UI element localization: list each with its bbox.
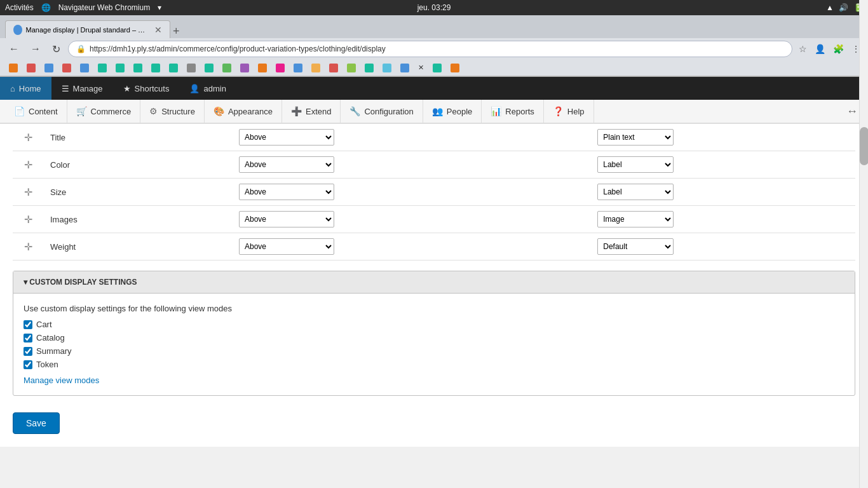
bookmark-21[interactable] <box>361 62 377 74</box>
size-format-select[interactable]: Label Plain text Image Default <box>597 184 674 200</box>
checkbox-cart[interactable] <box>24 320 32 329</box>
bookmark-23[interactable] <box>397 62 413 74</box>
commerce-icon: 🛒 <box>76 106 87 116</box>
checkbox-token[interactable] <box>24 360 32 369</box>
drag-handle-color[interactable]: ✛ <box>19 159 37 170</box>
home-label: Home <box>19 84 41 93</box>
bookmark-favicon-12 <box>205 64 214 72</box>
admin-manage-button[interactable]: ☰ Manage <box>51 77 113 100</box>
custom-settings-header: ▾ CUSTOM DISPLAY SETTINGS <box>13 271 855 294</box>
color-label-select[interactable]: Above Inline Hidden Visually Hidden <box>239 156 334 173</box>
nav-help[interactable]: ❓ Help <box>544 100 594 123</box>
new-tab-button[interactable]: + <box>173 25 180 38</box>
nav-commerce[interactable]: 🛒 Commerce <box>67 100 141 123</box>
reports-label: Reports <box>505 107 534 116</box>
scrollbar-thumb[interactable] <box>860 127 868 165</box>
bookmark-2[interactable] <box>23 62 39 74</box>
bookmark-favicon-5 <box>80 64 89 72</box>
bookmark-13[interactable] <box>219 62 235 74</box>
bookmark-17[interactable] <box>290 62 306 74</box>
shortcuts-icon: ★ <box>123 84 131 93</box>
images-label-select[interactable]: Above Inline Hidden Visually Hidden <box>239 211 334 227</box>
bookmark-6[interactable] <box>94 62 111 74</box>
manage-view-modes-link[interactable]: Manage view modes <box>24 376 844 385</box>
bookmark-favicon-10 <box>169 64 178 72</box>
bookmark-extra2[interactable] <box>447 62 463 74</box>
content-icon: 📄 <box>14 106 25 116</box>
bookmark-19[interactable] <box>325 62 342 74</box>
activities-label[interactable]: Activités <box>5 3 34 12</box>
checkbox-summary-row: Summary <box>24 346 844 356</box>
profile-icon[interactable]: 👤 <box>812 43 828 55</box>
bookmark-10[interactable] <box>165 62 182 74</box>
tab-favicon <box>13 25 22 35</box>
weight-format-select[interactable]: Default Label Plain text Image <box>597 238 674 255</box>
nav-reports[interactable]: 📊 Reports <box>482 100 544 123</box>
admin-home-button[interactable]: ⌂ Home <box>0 77 51 100</box>
bookmark-16[interactable] <box>272 62 288 74</box>
bookmark-favicon-4 <box>62 64 71 72</box>
bookmark-8[interactable] <box>130 62 146 74</box>
checkbox-catalog[interactable] <box>24 334 32 342</box>
bookmark-7[interactable] <box>112 62 128 74</box>
content-area: ✛ Title Above Inline Hidden Visually Hid… <box>0 124 868 447</box>
nav-people[interactable]: 👥 People <box>423 100 482 123</box>
bookmark-favicon-8 <box>133 64 142 72</box>
bookmark-11[interactable] <box>183 62 200 74</box>
drupal-admin-bar: ⌂ Home ☰ Manage ★ Shortcuts 👤 admin <box>0 77 868 100</box>
bookmark-extra[interactable] <box>429 62 445 74</box>
bookmark-3[interactable] <box>41 62 57 74</box>
nav-configuration[interactable]: 🔧 Configuration <box>341 100 423 123</box>
nav-structure[interactable]: ⚙ Structure <box>140 100 205 123</box>
drag-handle-weight[interactable]: ✛ <box>19 241 37 252</box>
browser-tab-active[interactable]: Manage display | Drupal standard – Chrom… <box>5 20 170 38</box>
custom-settings-description: Use custom display settings for the foll… <box>24 304 844 313</box>
tab-close-button[interactable]: ✕ <box>154 25 162 35</box>
bookmark-18[interactable] <box>308 62 324 74</box>
bookmark-icon[interactable]: ☆ <box>796 43 810 55</box>
extensions-icon[interactable]: 🧩 <box>831 43 846 55</box>
bookmark-20[interactable] <box>343 62 360 74</box>
bookmark-14[interactable] <box>236 62 253 74</box>
weight-label-select[interactable]: Above Inline Hidden Visually Hidden <box>239 238 334 255</box>
nav-content[interactable]: 📄 Content <box>5 100 67 123</box>
title-label-select[interactable]: Above Inline Hidden Visually Hidden <box>239 129 334 146</box>
bookmark-5[interactable] <box>76 62 93 74</box>
drag-handle-images[interactable]: ✛ <box>19 214 37 225</box>
drag-handle-title[interactable]: ✛ <box>19 132 37 143</box>
browser-name[interactable]: Navigateur Web Chromium <box>58 3 151 12</box>
bookmark-favicon-21 <box>365 64 374 72</box>
save-button[interactable]: Save <box>13 412 60 434</box>
drag-handle-size[interactable]: ✛ <box>19 187 37 198</box>
table-row: ✛ Title Above Inline Hidden Visually Hid… <box>13 124 855 151</box>
checkbox-summary[interactable] <box>24 347 32 356</box>
close-bookmarks-icon: ✕ <box>418 64 424 72</box>
os-system-icons: ▲ 🔊 🔋 <box>826 3 863 12</box>
bookmark-favicon-16 <box>276 64 285 72</box>
images-format-select[interactable]: Image Label Plain text Default <box>597 211 674 227</box>
reload-button[interactable]: ↻ <box>48 42 64 57</box>
bookmark-12[interactable] <box>201 62 217 74</box>
back-button[interactable]: ← <box>5 42 23 56</box>
size-label-select[interactable]: Above Inline Hidden Visually Hidden <box>239 184 334 200</box>
bookmark-22[interactable] <box>379 62 395 74</box>
bookmark-1[interactable] <box>5 62 22 74</box>
bookmark-close[interactable]: ✕ <box>414 62 428 73</box>
os-time: jeu. 03:29 <box>417 3 451 12</box>
forward-button[interactable]: → <box>27 42 44 56</box>
commerce-label: Commerce <box>91 107 132 116</box>
page-scrollbar[interactable] <box>859 0 868 447</box>
bookmark-9[interactable] <box>147 62 164 74</box>
home-icon: ⌂ <box>10 84 15 93</box>
admin-user-button[interactable]: 👤 admin <box>179 77 236 100</box>
address-bar[interactable]: 🔒 https://dmh1y.ply.st/admin/commerce/co… <box>68 41 792 57</box>
admin-shortcuts-button[interactable]: ★ Shortcuts <box>113 77 180 100</box>
nav-extend[interactable]: ➕ Extend <box>282 100 341 123</box>
bookmark-15[interactable] <box>254 62 271 74</box>
bookmark-4[interactable] <box>58 62 75 74</box>
nav-appearance[interactable]: 🎨 Appearance <box>205 100 282 123</box>
title-format-select[interactable]: Plain text <box>597 129 674 146</box>
bookmark-favicon-23 <box>400 64 409 72</box>
lock-icon: 🔒 <box>76 44 86 53</box>
color-format-select[interactable]: Label Plain text Image Default <box>597 156 674 173</box>
